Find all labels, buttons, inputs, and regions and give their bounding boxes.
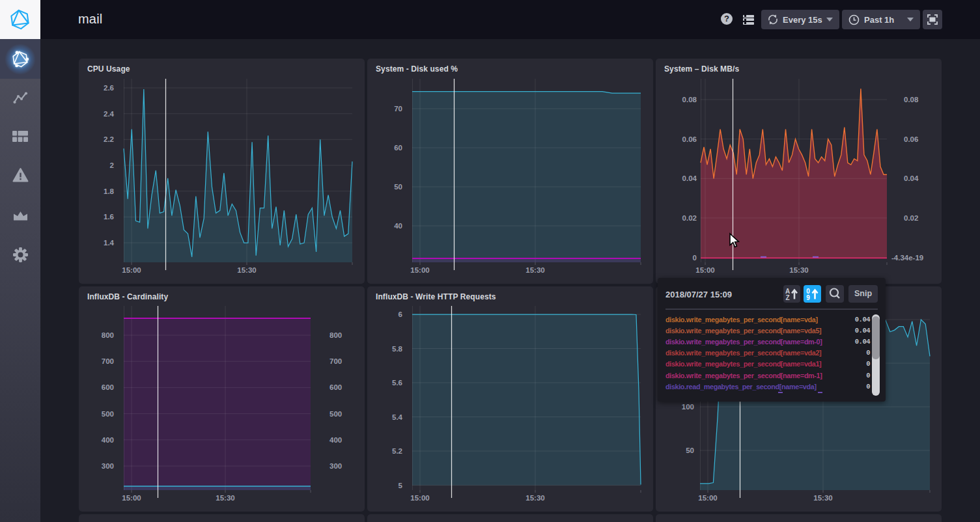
svg-text:400: 400 — [102, 436, 114, 444]
svg-text:700: 700 — [329, 357, 342, 365]
svg-text:6: 6 — [399, 310, 402, 318]
svg-text:300: 300 — [329, 462, 342, 470]
svg-text:60: 60 — [394, 144, 402, 152]
svg-text:0.06: 0.06 — [904, 135, 918, 143]
svg-text:600: 600 — [329, 383, 342, 391]
svg-text:0: 0 — [693, 254, 697, 262]
svg-text:-4.34e-19: -4.34e-19 — [891, 254, 923, 262]
svg-text:15:00: 15:00 — [410, 494, 429, 502]
svg-text:2.2: 2.2 — [104, 135, 114, 143]
svg-text:1.8: 1.8 — [104, 187, 115, 195]
svg-text:15:30: 15:30 — [216, 494, 234, 502]
svg-text:15:00: 15:00 — [698, 494, 717, 502]
svg-text:0: 0 — [806, 288, 810, 295]
svg-text:5.8: 5.8 — [392, 345, 403, 353]
svg-text:0.02: 0.02 — [682, 214, 697, 222]
svg-text:50: 50 — [394, 183, 402, 191]
svg-text:5.6: 5.6 — [392, 379, 402, 387]
svg-text:0.04: 0.04 — [682, 174, 697, 182]
svg-text:15:00: 15:00 — [695, 266, 714, 274]
svg-text:1.6: 1.6 — [104, 213, 114, 221]
svg-text:600: 600 — [102, 383, 114, 391]
svg-text:15:30: 15:30 — [813, 494, 832, 502]
svg-text:40: 40 — [394, 222, 402, 230]
svg-text:2.4: 2.4 — [104, 110, 115, 118]
svg-text:500: 500 — [329, 410, 342, 418]
svg-text:800: 800 — [102, 331, 114, 339]
svg-text:0.04: 0.04 — [904, 174, 919, 182]
svg-text:15:00: 15:00 — [122, 494, 141, 502]
svg-text:500: 500 — [102, 410, 114, 418]
svg-text:700: 700 — [102, 357, 114, 365]
svg-text:1.4: 1.4 — [104, 239, 115, 247]
svg-text:70: 70 — [394, 105, 402, 113]
svg-text:15:30: 15:30 — [237, 266, 256, 274]
svg-text:15:30: 15:30 — [789, 266, 808, 274]
svg-text:100: 100 — [682, 403, 694, 411]
svg-text:15:30: 15:30 — [525, 266, 544, 274]
svg-text:A: A — [785, 288, 790, 295]
svg-text:15:00: 15:00 — [122, 266, 141, 274]
svg-text:5.4: 5.4 — [392, 413, 403, 421]
svg-text:9: 9 — [806, 294, 810, 301]
svg-text:50: 50 — [686, 446, 694, 454]
svg-text:0.08: 0.08 — [682, 96, 697, 103]
svg-text:300: 300 — [102, 462, 114, 470]
svg-text:5.2: 5.2 — [392, 447, 402, 455]
svg-text:0.02: 0.02 — [904, 214, 918, 222]
svg-text:15:00: 15:00 — [410, 266, 429, 274]
svg-text:0.08: 0.08 — [904, 96, 919, 103]
svg-text:0.06: 0.06 — [682, 135, 697, 143]
svg-text:Z: Z — [785, 294, 789, 301]
svg-text:2: 2 — [110, 161, 114, 169]
svg-text:2.6: 2.6 — [104, 84, 114, 92]
svg-text:5: 5 — [399, 482, 403, 489]
svg-text:800: 800 — [329, 331, 342, 339]
svg-text:15:30: 15:30 — [525, 494, 544, 502]
svg-text:400: 400 — [329, 436, 342, 444]
